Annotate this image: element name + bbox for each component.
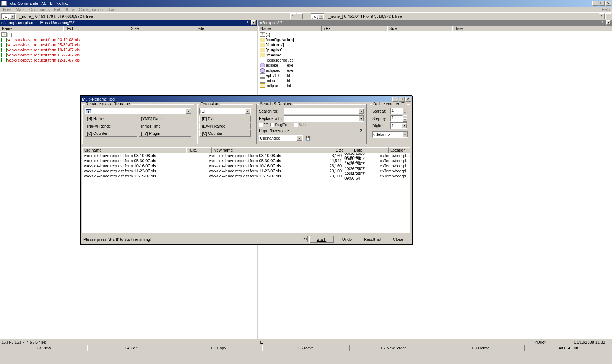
col-ext[interactable]: ↑Ext (63, 26, 129, 31)
left-up-button[interactable]: .. (297, 13, 303, 19)
col-ext[interactable]: ↑Ext (322, 26, 387, 31)
chevron-down-icon: ▼ (186, 109, 191, 114)
folder-icon (260, 48, 265, 52)
menu-show[interactable]: Show (62, 7, 77, 12)
close-button[interactable]: Close (386, 236, 410, 243)
check-regex[interactable] (270, 123, 274, 127)
close-button[interactable]: ✕ (605, 1, 611, 6)
list-item[interactable]: eclipseexe (258, 63, 612, 68)
f5-copy[interactable]: F5 Copy (175, 345, 262, 351)
digits-combo[interactable]: 1▼ (390, 122, 407, 129)
mask-input[interactable]: [N]▼ (85, 108, 191, 114)
col-ext[interactable]: ↑Ext. (186, 147, 212, 153)
left-drive-combo[interactable]: [-c-]▼ (1, 13, 16, 19)
menu-help[interactable]: Help (599, 7, 612, 12)
star-icon[interactable]: * (245, 20, 250, 25)
restore-button[interactable]: ❐ (599, 1, 605, 6)
start-spinner[interactable]: ▲▼ (403, 108, 407, 114)
col-name[interactable]: Name (0, 26, 63, 31)
list-item[interactable]: vac-sick-leave request form 10-16-07xls (0, 47, 257, 52)
list-item-up[interactable]: ⇧[..] (0, 32, 257, 37)
list-item-up[interactable]: ⇧[..] (258, 32, 612, 37)
col-location[interactable]: Location (389, 147, 410, 153)
col-name[interactable]: Name (258, 26, 322, 31)
btn-counter[interactable]: [C] Counter (85, 130, 137, 137)
star-icon[interactable]: * (600, 20, 605, 25)
btn-erange[interactable]: [E#-#] Range (199, 123, 251, 129)
btn-date[interactable]: [YMD] Date (139, 116, 191, 122)
col-date[interactable]: Date (352, 147, 389, 153)
right-root-button[interactable]: \ (599, 13, 605, 19)
right-drive-combo[interactable]: [-c-]▼ (311, 13, 325, 19)
upper-lower-combo[interactable]: Unchanged▼ (259, 135, 303, 141)
list-item[interactable]: epl-v10html (258, 73, 612, 78)
minimize-button[interactable]: _ (592, 1, 598, 6)
ext-input[interactable]: [E]▼ (199, 108, 251, 114)
list-item[interactable]: vac-sick-leave request form 11-22-07xls (0, 52, 257, 58)
col-date[interactable]: Date (194, 26, 257, 31)
f8-delete[interactable]: F8 Delete (437, 345, 525, 351)
dialog-close[interactable]: ✕ (405, 97, 411, 102)
history-button[interactable]: ▼ (606, 20, 611, 25)
col-size[interactable]: Size (334, 147, 352, 153)
chevron-down-icon: ▼ (359, 116, 364, 121)
step-spinner[interactable]: ▲▼ (403, 115, 407, 122)
f7-newfolder[interactable]: F7 NewFolder (350, 345, 437, 351)
btn-name[interactable]: [N] Name (85, 116, 137, 122)
col-old[interactable]: Old name (82, 147, 186, 153)
check-subst[interactable] (294, 123, 298, 127)
file-icon (260, 58, 265, 62)
right-path-bar[interactable]: c:\eclipse\*.* * ▼ (258, 20, 612, 26)
table-row[interactable]: vac-sick-leave request form 12-19-07.xls… (82, 173, 410, 179)
ext-group-title: Extension: (199, 102, 220, 106)
list-item[interactable]: [features] (258, 42, 612, 47)
menu-files[interactable]: Files (1, 7, 13, 12)
save-preset-button[interactable]: 💾 (305, 135, 311, 141)
list-item[interactable]: eclipseini (258, 83, 612, 88)
dialog-minimize[interactable]: _ (392, 97, 398, 102)
alt-f4-exit[interactable]: Alt+F4 Exit (525, 345, 612, 351)
dialog-maximize[interactable]: □ (399, 97, 405, 102)
menu-mark[interactable]: Mark (13, 7, 27, 12)
check-e[interactable] (259, 123, 263, 127)
list-item[interactable]: .eclipseproduct (258, 58, 612, 63)
list-item[interactable]: vac-sick-leave request form 05-30-07xls (0, 42, 257, 47)
list-item[interactable]: vac-sick-leave request form 12-19-07xls (0, 58, 257, 63)
btn-ecounter[interactable]: [C] Counter (199, 130, 251, 137)
undo-button[interactable]: Undo (335, 236, 359, 243)
list-item[interactable]: eclipsecexe (258, 68, 612, 73)
col-date[interactable]: Date (452, 26, 612, 31)
btn-ext[interactable]: [E] Ext. (199, 116, 251, 122)
left-path-bar[interactable]: c:\Temp\beerpla.net - Mass Renaming\*.* … (0, 20, 257, 26)
history-button[interactable]: ▼ (251, 20, 256, 25)
help-button[interactable]: ? (358, 128, 364, 134)
menu-configuration[interactable]: Configuration (77, 7, 105, 12)
btn-time[interactable]: [hms] Time (139, 123, 191, 129)
btn-range[interactable]: [N#-#] Range (85, 123, 137, 129)
col-size[interactable]: Size (129, 26, 194, 31)
list-item[interactable]: noticehtml (258, 78, 612, 83)
list-item[interactable]: [configuration] (258, 37, 612, 42)
left-root-button[interactable]: \ (290, 13, 296, 19)
replace-with-input[interactable]: ▼ (284, 115, 364, 122)
status-mid: [..] (260, 340, 264, 344)
f3-view[interactable]: F3 View (0, 345, 87, 351)
f6-move[interactable]: F6 Move (262, 345, 350, 351)
menu-net[interactable]: Net (52, 7, 62, 12)
app-icon (1, 1, 7, 6)
result-list-button[interactable]: Result list (360, 236, 385, 243)
list-item[interactable]: [readme] (258, 52, 612, 58)
f4-edit[interactable]: F4 Edit (87, 345, 175, 351)
search-for-input[interactable]: ▼ (284, 108, 364, 114)
start-button[interactable]: Start! (309, 236, 334, 243)
col-size[interactable]: Size (387, 26, 452, 31)
right-up-button[interactable]: .. (605, 13, 611, 19)
menu-start[interactable]: Start (105, 7, 118, 12)
reload-button[interactable]: ⟲ (302, 236, 308, 242)
list-item[interactable]: [plugins] (258, 47, 612, 52)
btn-plugin[interactable]: [=?] Plugin (139, 130, 191, 137)
list-item[interactable]: vac-sick-leave request form 03-10-08xls (0, 37, 257, 42)
menu-commands[interactable]: Commands (27, 7, 52, 12)
preset-combo[interactable]: <default>▼ (372, 131, 408, 138)
col-new[interactable]: New name (212, 147, 334, 153)
